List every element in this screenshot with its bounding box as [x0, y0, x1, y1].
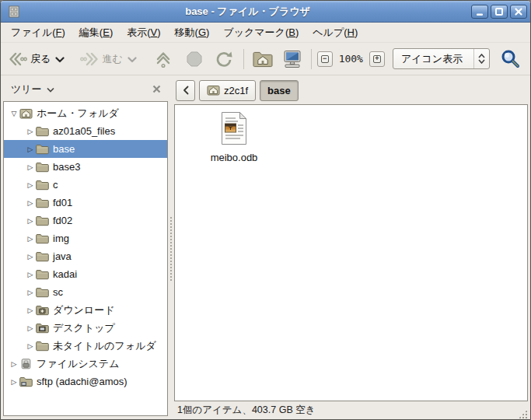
back-history-chevron-icon[interactable]	[55, 52, 65, 66]
pathbar: z2c1fbase	[174, 78, 528, 104]
tree-row[interactable]: ▷c	[4, 176, 167, 194]
menu-item[interactable]: 表示(V)	[120, 23, 167, 42]
folder-tree: ▽ホーム・フォルダ▷az01a05_files▷base▷base3▷c▷fd0…	[3, 101, 168, 416]
expander-collapsed-icon[interactable]: ▷	[25, 235, 36, 243]
tree-row[interactable]: ▷kadai	[4, 265, 167, 283]
expander-collapsed-icon[interactable]: ▷	[25, 145, 36, 153]
tree-item-label: 未タイトルのフォルダ	[50, 339, 159, 353]
resize-grip[interactable]	[518, 409, 528, 419]
tree-item-label: base	[50, 143, 78, 155]
tree-item-label: fd01	[50, 197, 75, 208]
computer-button[interactable]	[279, 47, 306, 71]
forward-icon	[80, 50, 99, 68]
folder-icon	[36, 180, 50, 191]
file-browser-window: base - ファイル・ブラウザ ファイル(F)編集(E)表示(V)移動(G)ブ…	[0, 0, 531, 420]
stop-icon	[185, 50, 204, 68]
view-mode-select[interactable]: アイコン表示	[393, 48, 490, 69]
sidebar-header: ツリー	[3, 78, 168, 101]
statusbar: 1個のアイテム、403.7 GB 空き	[174, 401, 528, 419]
expander-collapsed-icon[interactable]: ▷	[25, 128, 36, 135]
tree-row[interactable]: ▷ダウンロード	[4, 301, 167, 319]
pane-splitter[interactable]	[168, 78, 174, 419]
expander-collapsed-icon[interactable]: ▷	[25, 342, 36, 350]
pathbar-back-button[interactable]	[176, 80, 195, 101]
search-button[interactable]	[498, 47, 522, 72]
desktop-folder-icon	[36, 323, 50, 334]
odb-file-icon	[220, 111, 248, 149]
reload-button[interactable]	[211, 47, 238, 71]
back-label: 戻る	[30, 52, 51, 66]
expander-collapsed-icon[interactable]: ▷	[9, 360, 19, 368]
tree-row[interactable]: ▷ファイルシステム	[4, 355, 167, 373]
file-view[interactable]: meibo.odb	[174, 104, 528, 401]
menubar: ファイル(F)編集(E)表示(V)移動(G)ブックマーク(B)ヘルプ(H)	[1, 23, 530, 43]
minimize-icon	[473, 5, 486, 18]
expander-collapsed-icon[interactable]: ▷	[25, 163, 36, 171]
back-button[interactable]: 戻る	[5, 47, 54, 71]
close-icon	[152, 85, 161, 93]
tree-row[interactable]: ▷sftp (adachi@amos)	[4, 373, 167, 390]
path-back-icon	[183, 86, 189, 95]
folder-icon	[36, 126, 50, 137]
tree-row[interactable]: ▽ホーム・フォルダ	[4, 104, 167, 122]
sidebar: ツリー ▽ホーム・フォルダ▷az01a05_files▷base▷base3▷c…	[3, 78, 168, 419]
tree-row[interactable]: ▷未タイトルのフォルダ	[4, 337, 167, 355]
folder-icon	[36, 144, 50, 155]
expander-collapsed-icon[interactable]: ▷	[9, 378, 19, 386]
sidebar-close-button[interactable]	[150, 83, 163, 96]
menu-item[interactable]: ブックマーク(B)	[216, 23, 306, 42]
menu-item[interactable]: 移動(G)	[168, 23, 217, 42]
tree-row[interactable]: ▷sc	[4, 283, 167, 301]
forward-button[interactable]: 進む	[77, 47, 125, 71]
tree-row[interactable]: ▷img	[4, 229, 167, 247]
path-segment-label: z2c1f	[224, 85, 248, 96]
view-mode-value: アイコン表示	[393, 52, 473, 66]
minimize-button[interactable]	[471, 5, 488, 19]
tree-row[interactable]: ▷デスクトップ	[4, 319, 167, 337]
tree-row[interactable]: ▷fd02	[4, 212, 167, 229]
expander-collapsed-icon[interactable]: ▷	[25, 253, 36, 261]
forward-history-chevron-icon[interactable]	[128, 52, 137, 66]
home-folder-icon	[19, 108, 33, 119]
tree-row[interactable]: ▷base3	[4, 158, 167, 176]
menu-item[interactable]: ファイル(F)	[4, 23, 72, 42]
folder-icon	[36, 198, 50, 208]
path-segment-button[interactable]: z2c1f	[199, 80, 256, 101]
titlebar[interactable]: base - ファイル・ブラウザ	[1, 1, 530, 23]
tree-item-label: sc	[50, 286, 66, 298]
up-icon	[154, 50, 173, 68]
path-segment-button[interactable]: base	[260, 80, 299, 101]
window-title: base - ファイル・ブラウザ	[24, 5, 471, 19]
close-button[interactable]	[510, 5, 527, 19]
tree-item-label: ホーム・フォルダ	[33, 107, 122, 121]
tree-row[interactable]: ▷base	[4, 140, 167, 158]
tree-row[interactable]: ▷az01a05_files	[4, 122, 167, 140]
expander-collapsed-icon[interactable]: ▷	[25, 306, 36, 314]
home-button[interactable]	[250, 48, 276, 70]
tree-row[interactable]: ▷fd01	[4, 194, 167, 212]
path-segment-label: base	[267, 85, 291, 96]
expander-collapsed-icon[interactable]: ▷	[25, 181, 36, 189]
menu-item[interactable]: ヘルプ(H)	[306, 23, 365, 42]
tree-item-label: c	[50, 179, 61, 191]
tree-item-label: base3	[50, 161, 83, 173]
tree-row[interactable]: ▷java	[4, 247, 167, 265]
up-button[interactable]	[151, 47, 176, 71]
search-icon	[499, 48, 521, 70]
expander-collapsed-icon[interactable]: ▷	[25, 217, 36, 225]
zoom-level: 100%	[339, 53, 363, 65]
maximize-button[interactable]	[491, 5, 508, 19]
expander-collapsed-icon[interactable]: ▷	[25, 271, 36, 278]
sidebar-mode-select[interactable]: ツリー	[11, 82, 54, 96]
expander-collapsed-icon[interactable]: ▷	[25, 289, 36, 296]
tree-item-label: az01a05_files	[50, 125, 118, 137]
stop-button[interactable]	[182, 47, 207, 71]
file-item[interactable]: meibo.odb	[204, 111, 264, 163]
zoom-in-button[interactable]: +	[369, 51, 385, 67]
expander-collapsed-icon[interactable]: ▷	[25, 199, 36, 207]
expander-expanded-icon[interactable]: ▽	[9, 110, 19, 117]
expander-collapsed-icon[interactable]: ▷	[25, 324, 36, 332]
zoom-out-button[interactable]: −	[317, 51, 333, 67]
menu-item[interactable]: 編集(E)	[72, 23, 120, 42]
tree-item-label: sftp (adachi@amos)	[33, 376, 131, 387]
